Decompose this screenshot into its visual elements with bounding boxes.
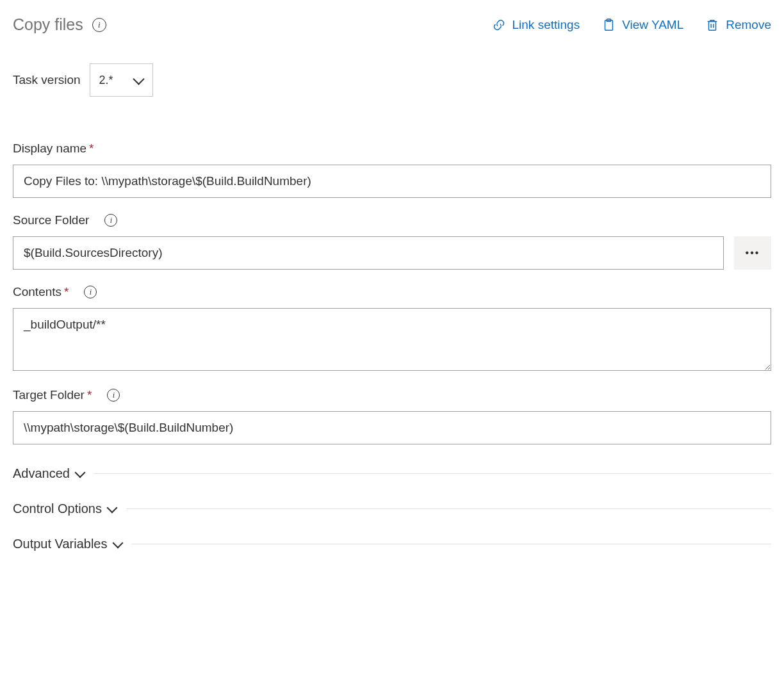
task-version-select[interactable]: 2.* (90, 63, 153, 97)
page-title: Copy files (13, 15, 83, 34)
source-folder-label: Source Folder (13, 213, 89, 227)
source-folder-input-row: ••• (13, 236, 771, 270)
chevron-down-icon (112, 537, 123, 548)
contents-label-row: Contents* i (13, 285, 771, 299)
target-folder-input[interactable] (13, 411, 771, 444)
task-version-select-wrap: 2.* (90, 63, 153, 97)
header-actions: Link settings View YAML Remove (492, 17, 771, 33)
section-output-variables[interactable]: Output Variables (13, 537, 771, 551)
chevron-down-icon (106, 502, 117, 513)
ellipsis-icon: ••• (746, 247, 760, 259)
task-version-row: Task version 2.* (13, 63, 771, 97)
svg-rect-2 (709, 21, 716, 30)
target-folder-label: Target Folder* (13, 388, 92, 402)
target-folder-label-row: Target Folder* i (13, 388, 771, 402)
task-version-label: Task version (13, 73, 81, 87)
browse-button[interactable]: ••• (734, 236, 771, 270)
remove-button[interactable]: Remove (705, 17, 771, 33)
target-folder-field: Target Folder* i (13, 388, 771, 444)
divider-line (126, 508, 771, 509)
header: Copy files i Link settings View YAML (13, 15, 771, 34)
info-icon[interactable]: i (92, 18, 106, 32)
info-icon[interactable]: i (107, 389, 120, 402)
section-advanced[interactable]: Advanced (13, 466, 771, 481)
link-settings-label: Link settings (512, 18, 580, 32)
display-name-input[interactable] (13, 165, 771, 198)
sections: Advanced Control Options Output Variable… (13, 466, 771, 551)
link-icon (492, 18, 506, 32)
section-output-variables-label: Output Variables (13, 537, 108, 551)
display-name-field: Display name* (13, 142, 771, 198)
view-yaml-button[interactable]: View YAML (601, 17, 683, 33)
display-name-label-row: Display name* (13, 142, 771, 156)
divider-line (94, 473, 771, 474)
section-control-options[interactable]: Control Options (13, 501, 771, 516)
clipboard-icon (601, 17, 616, 33)
contents-field: Contents* i (13, 285, 771, 373)
divider-line (132, 544, 772, 544)
contents-label: Contents* (13, 285, 69, 299)
contents-input[interactable] (13, 308, 771, 371)
source-folder-input[interactable] (13, 236, 724, 270)
source-folder-field: Source Folder i ••• (13, 213, 771, 270)
section-control-options-label: Control Options (13, 501, 102, 516)
remove-label: Remove (726, 18, 771, 32)
display-name-label: Display name* (13, 142, 94, 156)
source-folder-label-row: Source Folder i (13, 213, 771, 227)
view-yaml-label: View YAML (622, 18, 683, 32)
info-icon[interactable]: i (104, 214, 117, 227)
info-icon[interactable]: i (84, 286, 97, 298)
section-advanced-label: Advanced (13, 466, 70, 481)
link-settings-button[interactable]: Link settings (492, 18, 580, 32)
header-left: Copy files i (13, 15, 106, 34)
chevron-down-icon (74, 467, 85, 478)
trash-icon (705, 17, 719, 33)
